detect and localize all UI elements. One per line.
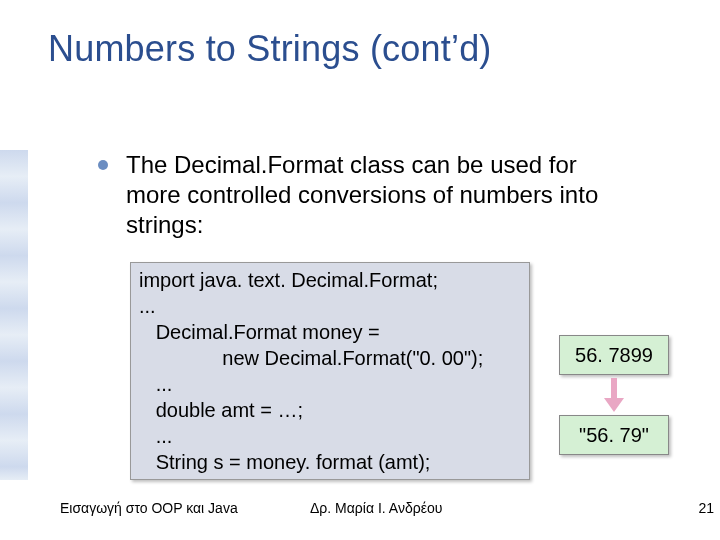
- footer-center: Δρ. Μαρία Ι. Ανδρέου: [310, 500, 442, 516]
- value-after-text: "56. 79": [579, 424, 649, 447]
- value-after-box: "56. 79": [559, 415, 669, 455]
- code-line: ...: [139, 371, 521, 397]
- code-box: import java. text. Decimal.Format; ... D…: [130, 262, 530, 480]
- page-number: 21: [698, 500, 714, 516]
- code-line: double amt = …;: [139, 397, 521, 423]
- code-line: ...: [139, 293, 521, 319]
- code-line: new Decimal.Format("0. 00");: [139, 345, 521, 371]
- code-line: String s = money. format (amt);: [139, 449, 521, 475]
- arrow-down-icon: [606, 378, 622, 412]
- code-line: Decimal.Format money =: [139, 319, 521, 345]
- bullet-dot-icon: [98, 160, 108, 170]
- value-before-text: 56. 7899: [575, 344, 653, 367]
- code-line: import java. text. Decimal.Format;: [139, 267, 521, 293]
- slide: Numbers to Strings (cont’d) The Decimal.…: [0, 0, 720, 540]
- bullet-item: The Decimal.Format class can be used for…: [98, 150, 626, 240]
- code-line: ...: [139, 423, 521, 449]
- bullet-text: The Decimal.Format class can be used for…: [126, 150, 626, 240]
- footer-left: Εισαγωγή στο OOP και Java: [60, 500, 238, 516]
- side-decoration: [0, 150, 28, 480]
- slide-title: Numbers to Strings (cont’d): [48, 28, 492, 70]
- value-before-box: 56. 7899: [559, 335, 669, 375]
